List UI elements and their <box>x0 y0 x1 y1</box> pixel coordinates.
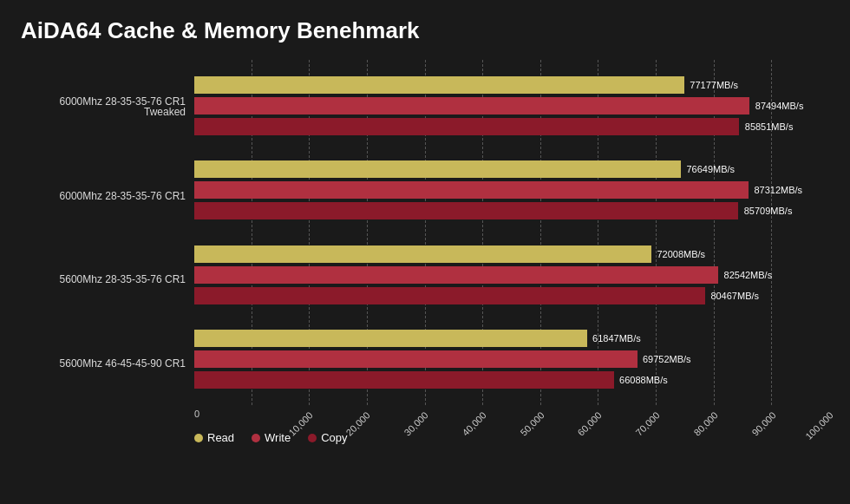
y-label: 5600Mhz 28-35-35-76 CR1 <box>60 274 186 285</box>
bar-value-label: 87312MB/s <box>754 185 802 195</box>
legend-dot-write <box>252 434 260 442</box>
y-label: 6000Mhz 28-35-35-76 CR1 <box>60 191 186 201</box>
bar-row: 66088MB/s <box>194 370 829 389</box>
bar-write: 87312MB/s <box>194 181 749 199</box>
bar-write: 69752MB/s <box>194 350 638 368</box>
bars-and-x: 77177MB/s87494MB/s85851MB/s76649MB/s8731… <box>194 60 829 424</box>
bar-read: 77177MB/s <box>194 76 684 94</box>
bar-read: 61847MB/s <box>194 330 587 347</box>
bar-row: 61847MB/s <box>194 329 829 348</box>
chart-main: 6000Mhz 28-35-35-76 CR1 Tweaked6000Mhz 2… <box>21 60 829 424</box>
bar-value-label: 87494MB/s <box>755 101 804 111</box>
bar-group: 76649MB/s87312MB/s85709MB/s <box>194 160 829 220</box>
chart-title: AiDA64 Cache & Memory Benehmark <box>21 17 829 44</box>
x-tick: 0 <box>194 409 251 424</box>
bar-value-label: 82542MB/s <box>724 270 773 280</box>
bars-container: 77177MB/s87494MB/s85851MB/s76649MB/s8731… <box>194 60 829 405</box>
bar-row: 80467MB/s <box>194 286 829 305</box>
bar-row: 85709MB/s <box>194 201 829 220</box>
bar-value-label: 66088MB/s <box>619 375 668 385</box>
bar-group: 77177MB/s87494MB/s85851MB/s <box>194 75 829 136</box>
bar-value-label: 69752MB/s <box>643 354 691 364</box>
bar-value-label: 85851MB/s <box>745 121 794 132</box>
bar-value-label: 85709MB/s <box>744 206 793 216</box>
bar-row: 72008MB/s <box>194 245 829 264</box>
legend-dot-copy <box>308 434 317 442</box>
bar-copy: 66088MB/s <box>194 371 614 389</box>
bar-row: 82542MB/s <box>194 265 829 285</box>
bar-value-label: 72008MB/s <box>657 249 705 259</box>
legend-label-read: Read <box>207 431 234 444</box>
legend-dot-read <box>194 434 203 442</box>
chart-area: 6000Mhz 28-35-35-76 CR1 Tweaked6000Mhz 2… <box>21 60 829 444</box>
bar-row: 87494MB/s <box>194 96 829 115</box>
y-label: 5600Mhz 46-45-45-90 CR1 <box>60 358 186 369</box>
bar-group: 72008MB/s82542MB/s80467MB/s <box>194 245 829 305</box>
bar-copy: 85851MB/s <box>194 118 739 135</box>
y-labels: 6000Mhz 28-35-35-76 CR1 Tweaked6000Mhz 2… <box>21 60 194 424</box>
bar-read: 76649MB/s <box>194 160 681 178</box>
bar-copy: 80467MB/s <box>194 287 705 304</box>
bar-value-label: 61847MB/s <box>592 333 641 344</box>
bar-write: 82542MB/s <box>194 266 718 284</box>
y-label: 6000Mhz 28-35-35-76 CR1 Tweaked <box>21 96 186 117</box>
bar-value-label: 77177MB/s <box>690 80 738 90</box>
bar-row: 76649MB/s <box>194 160 829 179</box>
bar-group: 61847MB/s69752MB/s66088MB/s <box>194 329 829 389</box>
bar-row: 85851MB/s <box>194 117 829 136</box>
bar-copy: 85709MB/s <box>194 202 738 219</box>
bar-row: 69752MB/s <box>194 350 829 369</box>
legend-item-read: Read <box>194 431 234 444</box>
bar-read: 72008MB/s <box>194 245 651 263</box>
bar-row: 77177MB/s <box>194 75 829 95</box>
bar-value-label: 76649MB/s <box>686 164 735 174</box>
bar-value-label: 80467MB/s <box>710 291 759 301</box>
bar-write: 87494MB/s <box>194 97 749 115</box>
bar-row: 87312MB/s <box>194 180 829 200</box>
x-axis: 010,00020,00030,00040,00050,00060,00070,… <box>194 405 829 424</box>
